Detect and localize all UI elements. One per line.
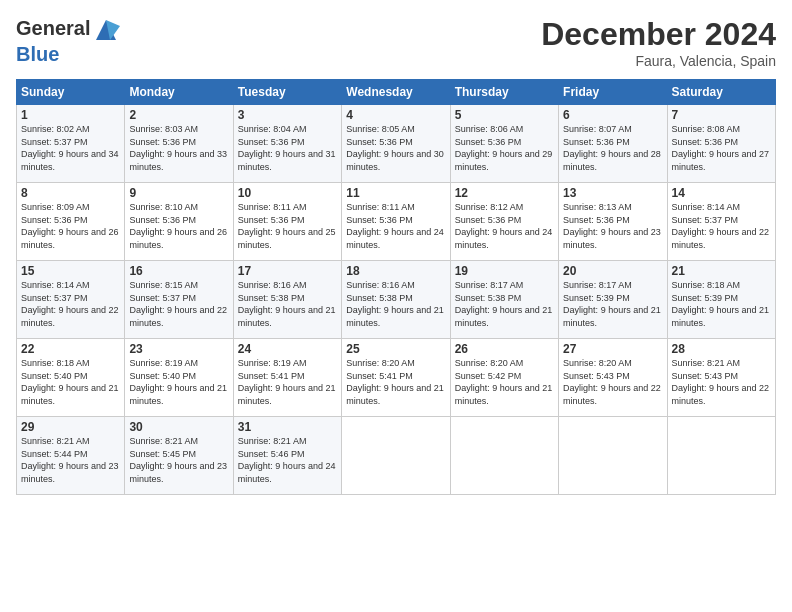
calendar-day-cell: 17Sunrise: 8:16 AMSunset: 5:38 PMDayligh… [233, 261, 341, 339]
calendar-day-cell: 30Sunrise: 8:21 AMSunset: 5:45 PMDayligh… [125, 417, 233, 495]
calendar-day-cell: 21Sunrise: 8:18 AMSunset: 5:39 PMDayligh… [667, 261, 775, 339]
calendar-day-cell: 11Sunrise: 8:11 AMSunset: 5:36 PMDayligh… [342, 183, 450, 261]
day-info: Sunrise: 8:14 AMSunset: 5:37 PMDaylight:… [21, 279, 120, 329]
day-number: 4 [346, 108, 445, 122]
calendar-day-cell: 8Sunrise: 8:09 AMSunset: 5:36 PMDaylight… [17, 183, 125, 261]
calendar-week-row: 15Sunrise: 8:14 AMSunset: 5:37 PMDayligh… [17, 261, 776, 339]
day-number: 7 [672, 108, 771, 122]
calendar-day-cell: 16Sunrise: 8:15 AMSunset: 5:37 PMDayligh… [125, 261, 233, 339]
day-number: 5 [455, 108, 554, 122]
calendar-week-row: 1Sunrise: 8:02 AMSunset: 5:37 PMDaylight… [17, 105, 776, 183]
calendar-day-cell: 31Sunrise: 8:21 AMSunset: 5:46 PMDayligh… [233, 417, 341, 495]
day-number: 9 [129, 186, 228, 200]
day-number: 30 [129, 420, 228, 434]
day-of-week-header: Wednesday [342, 80, 450, 105]
logo: General Blue [16, 16, 120, 64]
day-info: Sunrise: 8:16 AMSunset: 5:38 PMDaylight:… [238, 279, 337, 329]
day-info: Sunrise: 8:21 AMSunset: 5:46 PMDaylight:… [238, 435, 337, 485]
day-info: Sunrise: 8:19 AMSunset: 5:40 PMDaylight:… [129, 357, 228, 407]
day-number: 14 [672, 186, 771, 200]
day-info: Sunrise: 8:02 AMSunset: 5:37 PMDaylight:… [21, 123, 120, 173]
day-number: 16 [129, 264, 228, 278]
day-info: Sunrise: 8:18 AMSunset: 5:39 PMDaylight:… [672, 279, 771, 329]
day-info: Sunrise: 8:09 AMSunset: 5:36 PMDaylight:… [21, 201, 120, 251]
day-info: Sunrise: 8:21 AMSunset: 5:44 PMDaylight:… [21, 435, 120, 485]
calendar-day-cell: 14Sunrise: 8:14 AMSunset: 5:37 PMDayligh… [667, 183, 775, 261]
day-info: Sunrise: 8:18 AMSunset: 5:40 PMDaylight:… [21, 357, 120, 407]
logo-text-block: General Blue [16, 16, 120, 64]
calendar-day-cell: 5Sunrise: 8:06 AMSunset: 5:36 PMDaylight… [450, 105, 558, 183]
day-info: Sunrise: 8:11 AMSunset: 5:36 PMDaylight:… [346, 201, 445, 251]
day-number: 20 [563, 264, 662, 278]
day-number: 22 [21, 342, 120, 356]
day-info: Sunrise: 8:14 AMSunset: 5:37 PMDaylight:… [672, 201, 771, 251]
main-container: General Blue December 2024 Faura, Valenc… [0, 0, 792, 503]
day-number: 8 [21, 186, 120, 200]
day-number: 27 [563, 342, 662, 356]
logo-general: General [16, 17, 90, 39]
day-of-week-header: Monday [125, 80, 233, 105]
calendar-day-cell: 4Sunrise: 8:05 AMSunset: 5:36 PMDaylight… [342, 105, 450, 183]
calendar-day-cell: 9Sunrise: 8:10 AMSunset: 5:36 PMDaylight… [125, 183, 233, 261]
day-info: Sunrise: 8:15 AMSunset: 5:37 PMDaylight:… [129, 279, 228, 329]
calendar-day-cell [342, 417, 450, 495]
day-number: 24 [238, 342, 337, 356]
day-info: Sunrise: 8:07 AMSunset: 5:36 PMDaylight:… [563, 123, 662, 173]
day-info: Sunrise: 8:11 AMSunset: 5:36 PMDaylight:… [238, 201, 337, 251]
day-number: 12 [455, 186, 554, 200]
calendar-day-cell: 23Sunrise: 8:19 AMSunset: 5:40 PMDayligh… [125, 339, 233, 417]
month-title: December 2024 [541, 16, 776, 53]
calendar-day-cell: 24Sunrise: 8:19 AMSunset: 5:41 PMDayligh… [233, 339, 341, 417]
day-info: Sunrise: 8:05 AMSunset: 5:36 PMDaylight:… [346, 123, 445, 173]
calendar-week-row: 29Sunrise: 8:21 AMSunset: 5:44 PMDayligh… [17, 417, 776, 495]
location: Faura, Valencia, Spain [541, 53, 776, 69]
day-number: 3 [238, 108, 337, 122]
day-of-week-header: Saturday [667, 80, 775, 105]
day-of-week-header: Friday [559, 80, 667, 105]
calendar-day-cell: 3Sunrise: 8:04 AMSunset: 5:36 PMDaylight… [233, 105, 341, 183]
calendar-day-cell: 10Sunrise: 8:11 AMSunset: 5:36 PMDayligh… [233, 183, 341, 261]
day-info: Sunrise: 8:20 AMSunset: 5:43 PMDaylight:… [563, 357, 662, 407]
calendar-day-cell: 6Sunrise: 8:07 AMSunset: 5:36 PMDaylight… [559, 105, 667, 183]
calendar-day-cell: 18Sunrise: 8:16 AMSunset: 5:38 PMDayligh… [342, 261, 450, 339]
day-number: 2 [129, 108, 228, 122]
day-info: Sunrise: 8:13 AMSunset: 5:36 PMDaylight:… [563, 201, 662, 251]
day-info: Sunrise: 8:10 AMSunset: 5:36 PMDaylight:… [129, 201, 228, 251]
day-number: 1 [21, 108, 120, 122]
day-info: Sunrise: 8:06 AMSunset: 5:36 PMDaylight:… [455, 123, 554, 173]
day-number: 13 [563, 186, 662, 200]
calendar-day-cell: 26Sunrise: 8:20 AMSunset: 5:42 PMDayligh… [450, 339, 558, 417]
day-info: Sunrise: 8:19 AMSunset: 5:41 PMDaylight:… [238, 357, 337, 407]
day-number: 6 [563, 108, 662, 122]
day-number: 29 [21, 420, 120, 434]
calendar-day-cell: 2Sunrise: 8:03 AMSunset: 5:36 PMDaylight… [125, 105, 233, 183]
day-info: Sunrise: 8:20 AMSunset: 5:41 PMDaylight:… [346, 357, 445, 407]
day-info: Sunrise: 8:16 AMSunset: 5:38 PMDaylight:… [346, 279, 445, 329]
day-number: 10 [238, 186, 337, 200]
day-info: Sunrise: 8:04 AMSunset: 5:36 PMDaylight:… [238, 123, 337, 173]
calendar-day-cell: 25Sunrise: 8:20 AMSunset: 5:41 PMDayligh… [342, 339, 450, 417]
day-info: Sunrise: 8:20 AMSunset: 5:42 PMDaylight:… [455, 357, 554, 407]
calendar-week-row: 8Sunrise: 8:09 AMSunset: 5:36 PMDaylight… [17, 183, 776, 261]
day-number: 25 [346, 342, 445, 356]
calendar-day-cell: 12Sunrise: 8:12 AMSunset: 5:36 PMDayligh… [450, 183, 558, 261]
day-info: Sunrise: 8:21 AMSunset: 5:45 PMDaylight:… [129, 435, 228, 485]
logo-icon [92, 16, 120, 44]
calendar-day-cell [667, 417, 775, 495]
day-info: Sunrise: 8:12 AMSunset: 5:36 PMDaylight:… [455, 201, 554, 251]
day-info: Sunrise: 8:17 AMSunset: 5:39 PMDaylight:… [563, 279, 662, 329]
calendar-body: 1Sunrise: 8:02 AMSunset: 5:37 PMDaylight… [17, 105, 776, 495]
day-number: 18 [346, 264, 445, 278]
day-of-week-header: Sunday [17, 80, 125, 105]
calendar-day-cell: 28Sunrise: 8:21 AMSunset: 5:43 PMDayligh… [667, 339, 775, 417]
header: General Blue December 2024 Faura, Valenc… [16, 16, 776, 69]
calendar-day-cell: 29Sunrise: 8:21 AMSunset: 5:44 PMDayligh… [17, 417, 125, 495]
day-number: 21 [672, 264, 771, 278]
calendar-week-row: 22Sunrise: 8:18 AMSunset: 5:40 PMDayligh… [17, 339, 776, 417]
day-of-week-header: Tuesday [233, 80, 341, 105]
calendar-day-cell: 22Sunrise: 8:18 AMSunset: 5:40 PMDayligh… [17, 339, 125, 417]
day-of-week-header: Thursday [450, 80, 558, 105]
day-number: 17 [238, 264, 337, 278]
title-block: December 2024 Faura, Valencia, Spain [541, 16, 776, 69]
day-number: 23 [129, 342, 228, 356]
